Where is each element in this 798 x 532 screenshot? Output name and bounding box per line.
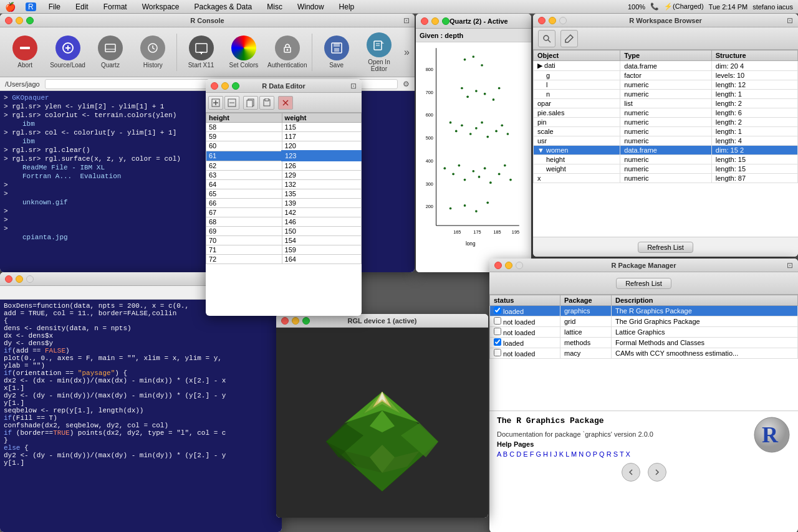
pm-alpha-p[interactable]: P bbox=[593, 450, 597, 458]
pm-checkbox[interactable] bbox=[494, 328, 501, 335]
table-row[interactable]: loaded graphics The R Graphics Package bbox=[490, 306, 798, 316]
pm-alpha-s[interactable]: S bbox=[613, 450, 618, 458]
history-button[interactable]: History bbox=[133, 33, 173, 71]
pm-alpha-f[interactable]: F bbox=[530, 450, 534, 458]
editor-max[interactable] bbox=[26, 275, 34, 283]
de-traffic-lights[interactable] bbox=[211, 82, 239, 90]
de-close[interactable] bbox=[211, 82, 218, 90]
rgl-close[interactable] bbox=[281, 317, 289, 325]
table-row[interactable]: 72164 bbox=[206, 255, 362, 264]
pm-traffic-lights[interactable] bbox=[494, 262, 523, 269]
menu-item-packages[interactable]: Packages & Data bbox=[192, 2, 255, 11]
pm-alphabet[interactable]: A B C D E F G H I J K L M N O P bbox=[497, 450, 653, 458]
pm-alpha-n[interactable]: N bbox=[579, 450, 584, 458]
de-delete-btn[interactable] bbox=[278, 96, 293, 110]
pm-alpha-t[interactable]: T bbox=[620, 450, 624, 458]
pm-alpha-x[interactable]: X bbox=[625, 450, 630, 458]
start-x11-button[interactable]: Start X11 bbox=[181, 33, 221, 71]
table-row[interactable]: 66139 bbox=[206, 199, 362, 208]
wb-close[interactable] bbox=[538, 17, 546, 24]
open-in-editor-button[interactable]: Open In Editor bbox=[359, 30, 399, 75]
editor-close[interactable] bbox=[5, 275, 12, 283]
rgl-min[interactable] bbox=[292, 317, 299, 325]
refresh-list-button[interactable]: Refresh List bbox=[638, 242, 693, 253]
de-copy-btn[interactable] bbox=[243, 96, 258, 110]
menu-item-misc[interactable]: Misc bbox=[264, 2, 285, 11]
pm-alpha-i[interactable]: I bbox=[550, 450, 552, 458]
pm-checkbox[interactable] bbox=[494, 306, 501, 314]
table-row[interactable]: 67142 bbox=[206, 208, 362, 217]
table-row[interactable]: 58115 bbox=[206, 123, 362, 132]
quartz-max[interactable] bbox=[442, 17, 449, 25]
table-row[interactable]: x numeric length: 87 bbox=[534, 174, 798, 183]
quartz-min[interactable] bbox=[431, 17, 439, 25]
pm-alpha-b[interactable]: B bbox=[503, 450, 507, 458]
table-row[interactable]: 69150 bbox=[206, 227, 362, 236]
pm-alpha-m[interactable]: M bbox=[571, 450, 577, 458]
close-button[interactable] bbox=[5, 17, 12, 24]
table-row[interactable]: 61 123 bbox=[206, 151, 362, 161]
rgl-traffic-lights[interactable] bbox=[281, 317, 310, 325]
quartz-button[interactable]: Quartz bbox=[90, 33, 130, 71]
maximize-button[interactable] bbox=[26, 17, 34, 24]
editor-traffic-lights[interactable] bbox=[5, 275, 34, 283]
pm-alpha-g[interactable]: G bbox=[536, 450, 541, 458]
pm-refresh-button[interactable]: Refresh List bbox=[616, 278, 671, 289]
wb-zoom-button[interactable] bbox=[538, 30, 555, 47]
pm-alpha-c[interactable]: C bbox=[509, 450, 514, 458]
menu-item-edit[interactable]: Edit bbox=[73, 2, 91, 11]
table-row[interactable]: pie.sales numeric length: 6 bbox=[534, 108, 798, 118]
pm-alpha-o[interactable]: O bbox=[585, 450, 591, 458]
table-row[interactable]: n numeric length: 1 bbox=[534, 90, 798, 99]
quartz-close[interactable] bbox=[421, 17, 428, 25]
table-row[interactable]: ▶ dati data.frame dim: 20 4 bbox=[534, 61, 798, 71]
table-row[interactable]: not loaded grid The Grid Graphics Packag… bbox=[490, 316, 798, 327]
authentication-button[interactable]: Authentication bbox=[266, 33, 308, 71]
pm-alpha-r[interactable]: R bbox=[607, 450, 612, 458]
wb-brush-button[interactable] bbox=[560, 30, 578, 47]
de-add-row-btn[interactable] bbox=[208, 96, 223, 110]
pm-alpha-h[interactable]: H bbox=[543, 450, 548, 458]
menu-item-help[interactable]: Help bbox=[337, 2, 357, 11]
rgl-max[interactable] bbox=[302, 317, 310, 325]
gear-icon[interactable]: ⚙ bbox=[403, 80, 410, 88]
table-row[interactable]: 63129 bbox=[206, 171, 362, 180]
table-row[interactable]: 70154 bbox=[206, 236, 362, 245]
table-row[interactable]: loaded methods Formal Methods and Classe… bbox=[490, 338, 798, 348]
table-row[interactable]: 71159 bbox=[206, 245, 362, 255]
menu-item-r[interactable]: R bbox=[26, 2, 36, 11]
table-row[interactable]: not loaded lattice Lattice Graphics bbox=[490, 327, 798, 338]
abort-button[interactable]: Abort bbox=[5, 33, 45, 71]
menu-item-format[interactable]: Format bbox=[101, 2, 130, 11]
r-editor-body[interactable]: BoxDens=function(data, npts = 200., x = … bbox=[0, 300, 282, 532]
table-row[interactable]: l numeric length: 12 bbox=[534, 80, 798, 90]
pm-prev-button[interactable] bbox=[622, 463, 640, 482]
toolbar-more[interactable]: » bbox=[404, 47, 410, 58]
table-row[interactable]: weight numeric length: 15 bbox=[534, 164, 798, 174]
editor-min[interactable] bbox=[16, 275, 23, 283]
apple-menu[interactable]: 🍎 bbox=[5, 2, 16, 12]
pm-close[interactable] bbox=[494, 262, 502, 269]
pm-next-button[interactable] bbox=[648, 463, 666, 482]
pm-checkbox[interactable] bbox=[494, 338, 501, 346]
de-max[interactable] bbox=[232, 82, 239, 90]
table-row[interactable]: scale numeric length: 1 bbox=[534, 127, 798, 136]
wb-min[interactable] bbox=[549, 17, 556, 24]
menu-item-file[interactable]: File bbox=[46, 2, 63, 11]
source-load-button[interactable]: Source/Load bbox=[47, 33, 87, 71]
table-row[interactable]: 68146 bbox=[206, 217, 362, 227]
wb-traffic-lights[interactable] bbox=[538, 17, 567, 24]
traffic-lights[interactable] bbox=[5, 17, 34, 24]
pm-max[interactable] bbox=[516, 262, 523, 269]
table-row[interactable]: not loaded macy CAMs with CCY smoothness… bbox=[490, 348, 798, 359]
pm-min[interactable] bbox=[505, 262, 512, 269]
table-row[interactable]: pin numeric length: 2 bbox=[534, 118, 798, 127]
pm-checkbox[interactable] bbox=[494, 349, 501, 356]
save-button[interactable]: Save bbox=[316, 33, 356, 71]
rgl-3d-body[interactable] bbox=[276, 328, 488, 518]
table-row[interactable]: g factor levels: 10 bbox=[534, 71, 798, 80]
pm-checkbox[interactable] bbox=[494, 317, 501, 325]
de-min[interactable] bbox=[221, 82, 229, 90]
pm-alpha-a[interactable]: A bbox=[497, 450, 501, 458]
table-row[interactable]: usr numeric length: 4 bbox=[534, 136, 798, 146]
